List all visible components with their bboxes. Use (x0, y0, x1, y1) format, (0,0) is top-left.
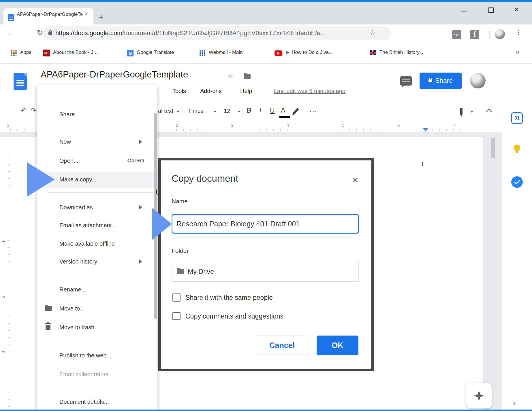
comments-icon[interactable] (400, 76, 412, 86)
paragraph-style-select[interactable]: al text (158, 108, 173, 114)
browser-tab[interactable]: APA6Paper-DrPaperGoogleTempl ✕ (3, 8, 93, 26)
toolbar-divider (183, 107, 183, 116)
last-edit-link[interactable]: Last edit was 5 minutes ago (274, 88, 345, 94)
bookmark-apps[interactable]: Apps (20, 50, 31, 55)
share-same-people-row[interactable]: Share it with the same people (172, 293, 273, 302)
dialog-title: Copy document (172, 173, 238, 184)
url-text[interactable]: https://docs.google.com/document/d/1IoNn… (55, 29, 326, 37)
menu-help[interactable]: Help (240, 88, 252, 94)
more-options-icon[interactable]: ⋯ (309, 107, 317, 116)
folder-select[interactable]: My Drive (172, 262, 359, 282)
book-favicon: IUSTI (43, 50, 50, 56)
ok-button[interactable]: OK (317, 336, 358, 355)
bold-button[interactable]: B (247, 107, 251, 114)
share-button[interactable]: Share (420, 73, 462, 89)
menu-item-share[interactable]: Share... (37, 110, 157, 119)
font-select[interactable]: Times (188, 108, 204, 114)
document-text-fragment: ( (156, 187, 158, 195)
url-path: /document/d/1IoNnpS2TUrRaJjGR7BRA4pgEV0s… (122, 29, 326, 37)
menu-item-email-as-attachment[interactable]: Email as attachment... (37, 221, 157, 230)
bookmarks-overflow-icon[interactable]: » (516, 48, 519, 56)
italic-button[interactable]: I (259, 107, 262, 114)
menu-item-rename[interactable]: Rename... (37, 285, 157, 294)
dialog-close-icon[interactable]: ✕ (352, 175, 359, 185)
toolbar-divider (219, 107, 219, 116)
undo-icon[interactable]: ↶ (21, 107, 27, 115)
font-size-select[interactable]: 12 (224, 108, 230, 114)
url-host: https://docs.google.com (55, 29, 122, 37)
vertical-ruler[interactable]: 1 2 3 (0, 137, 10, 411)
menu-item-make-available-offline[interactable]: Make available offline (37, 239, 157, 248)
ruler-number: 6 (397, 123, 400, 128)
folder-icon (177, 269, 184, 274)
bookmark-about-the-book[interactable]: About the Book - J... (53, 50, 97, 55)
highlight-color-icon[interactable] (293, 108, 299, 115)
calendar-icon[interactable]: 31 (511, 112, 523, 124)
code-extension-icon[interactable]: </> (452, 30, 461, 39)
menu-tools[interactable]: Tools (172, 88, 186, 94)
browser-menu-icon[interactable] (518, 29, 519, 36)
browser-profile-avatar[interactable] (495, 29, 505, 39)
move-document-folder-icon[interactable] (244, 74, 251, 79)
ruler-number: 7 (453, 123, 455, 128)
checkbox-copy-comments[interactable] (172, 312, 181, 320)
window-close-button[interactable]: ✕ (514, 6, 519, 14)
menu-item-move-to[interactable]: Move to... (37, 304, 157, 313)
toolbar-divider (242, 107, 243, 116)
apps-grid-icon[interactable] (11, 50, 17, 56)
window-minimize-button[interactable] (461, 12, 467, 12)
keep-icon[interactable] (511, 143, 523, 155)
bookmark-star-icon[interactable]: ☆ (369, 28, 376, 37)
cancel-button[interactable]: Cancel (255, 336, 309, 355)
checkbox-label: Copy comments and suggestions (185, 312, 283, 320)
menu-item-open[interactable]: Open...Ctrl+O (37, 156, 157, 165)
ruler-number: 1 (1, 240, 5, 243)
name-input[interactable] (172, 214, 359, 234)
tab-close-icon[interactable]: ✕ (84, 11, 88, 16)
explore-button[interactable] (466, 383, 492, 408)
ruler-number: 2 (176, 123, 178, 128)
font-size-dropdown-icon[interactable] (237, 111, 241, 113)
url-bar[interactable]: https://docs.google.com/document/d/1IoNn… (43, 26, 391, 40)
ruler-number: 5 (342, 123, 344, 128)
bookmark-webmail[interactable]: Webmail - Main (209, 50, 243, 55)
back-icon[interactable]: ← (7, 29, 14, 37)
docs-account-avatar[interactable] (470, 73, 486, 88)
google-docs-logo[interactable] (14, 73, 27, 90)
copy-comments-row[interactable]: Copy comments and suggestions (172, 312, 283, 320)
style-dropdown-icon[interactable] (176, 111, 180, 113)
hide-side-panel-icon[interactable]: › (513, 398, 516, 408)
text-color-button[interactable]: A (281, 107, 285, 114)
editing-mode-dropdown-icon[interactable] (470, 111, 473, 113)
star-document-icon[interactable]: ☆ (227, 72, 234, 81)
window-maximize-button[interactable] (488, 7, 494, 13)
underline-button[interactable]: U (270, 107, 275, 114)
font-dropdown-icon[interactable] (213, 111, 217, 113)
menu-item-move-to-trash[interactable]: Move to trash (37, 323, 157, 332)
redo-icon[interactable]: ↷ (31, 107, 36, 115)
name-label: Name (172, 198, 188, 205)
menu-item-publish-to-web[interactable]: Publish to the web... (37, 351, 157, 360)
menu-addons[interactable]: Add-ons (200, 88, 222, 94)
new-tab-button[interactable]: + (99, 13, 104, 22)
bookmark-british-history[interactable]: The British History... (379, 50, 423, 55)
bookmark-google-translate[interactable]: Google Translate (137, 50, 174, 55)
ruler-number: 2 (1, 296, 5, 298)
facebook-extension-icon[interactable]: f (470, 30, 479, 39)
reload-icon[interactable]: ↻ (37, 29, 43, 37)
menu-item-email-collaborators: Email collaborators... (37, 370, 157, 378)
bookmark-jive-video[interactable]: ► How to Do a Jive... (285, 50, 333, 55)
bookmarks-bar: Apps IUSTI About the Book - J... G Googl… (0, 43, 532, 64)
forward-icon[interactable]: → (22, 29, 29, 37)
youtube-favicon (275, 50, 282, 56)
collapse-toolbar-icon[interactable] (486, 109, 492, 115)
docs-favicon-icon (8, 14, 14, 21)
document-scrollbar[interactable] (491, 138, 495, 158)
checkbox-share-same-people[interactable] (172, 293, 181, 302)
editing-mode-pen-icon[interactable] (460, 108, 463, 115)
document-title[interactable]: APA6Paper-DrPaperGoogleTemplate (41, 69, 188, 80)
tasks-icon[interactable] (511, 176, 523, 188)
right-margin-marker[interactable] (423, 128, 428, 132)
google-translate-favicon: G (127, 50, 134, 56)
menu-item-document-details[interactable]: Document details... (37, 397, 157, 406)
